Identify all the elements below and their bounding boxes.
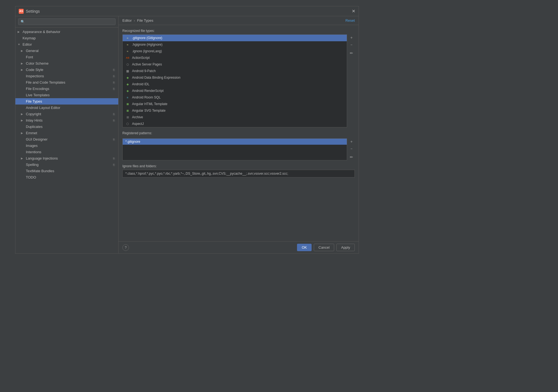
list-item-android-idl[interactable]: ◈ Android IDL <box>123 81 347 87</box>
sidebar-item-keymap[interactable]: ▶ Keymap <box>15 35 118 41</box>
list-item-archive[interactable]: ⊞ Archive <box>123 114 347 120</box>
pattern-label-gitignore: *.gitignore <box>125 140 140 144</box>
sidebar-item-color-scheme[interactable]: ▶ Color Scheme <box>15 60 118 67</box>
recognized-file-types-list[interactable]: ≈ .gitignore (GitIgnore) ≈ .hgignore (Hg… <box>123 35 347 127</box>
remove-pattern-button[interactable]: － <box>348 146 355 152</box>
breadcrumb-separator: › <box>134 18 135 23</box>
patterns-list-with-actions: *.gitignore ＋ － ✏ <box>122 138 355 160</box>
pattern-item-gitignore[interactable]: *.gitignore <box>123 139 347 145</box>
cancel-button[interactable]: Cancel <box>314 244 334 251</box>
list-item-android-renderscript[interactable]: ◈ Android RenderScript <box>123 87 347 94</box>
list-item-android-room-sql[interactable]: ≡ Android Room SQL <box>123 94 347 101</box>
file-type-icon-actionscript: AS <box>125 56 130 60</box>
expand-arrow-copyright: ▶ <box>21 113 24 116</box>
add-file-type-button[interactable]: ＋ <box>348 34 355 41</box>
file-type-label-android9patch: Android 9-Patch <box>132 69 156 73</box>
patterns-list[interactable]: *.gitignore <box>123 139 347 145</box>
dialog-body: ▶ Appearance & Behavior ▶ Keymap ▼ Edito… <box>15 16 359 253</box>
list-item-hgignore[interactable]: ≈ .hgignore (HgIgnore) <box>123 41 347 48</box>
sidebar-item-file-types[interactable]: ▶ File Types <box>15 98 118 105</box>
sidebar-label-file-encodings: File Encodings <box>26 87 49 91</box>
list-item-actionscript[interactable]: AS ActionScript <box>123 54 347 61</box>
patterns-list-actions: ＋ － ✏ <box>348 138 355 160</box>
file-type-icon-android9patch: ▦ <box>125 69 130 73</box>
sidebar-item-spelling[interactable]: ▶ Spelling ⎘ <box>15 161 118 168</box>
sidebar-item-copyright[interactable]: ▶ Copyright ⎘ <box>15 111 118 117</box>
content-area: Recognized file types: ≈ .gitignore (Git… <box>119 25 359 241</box>
sidebar-label-live-templates: Live Templates <box>26 93 50 97</box>
search-input[interactable] <box>18 18 116 25</box>
file-type-label-gitignore: .gitignore (GitIgnore) <box>132 36 162 40</box>
sidebar-item-file-encodings[interactable]: ▶ File Encodings ⎘ <box>15 86 118 92</box>
sidebar-label-file-code-templates: File and Code Templates <box>26 80 65 84</box>
file-type-label-android-room-sql: Android Room SQL <box>132 95 161 99</box>
sidebar-tree: ▶ Appearance & Behavior ▶ Keymap ▼ Edito… <box>15 28 118 253</box>
help-button[interactable]: ? <box>122 244 129 251</box>
sidebar-item-font[interactable]: ▶ Font <box>15 54 118 60</box>
main-content-panel: Editor › File Types Reset Recognized fil… <box>119 16 359 253</box>
remove-file-type-button[interactable]: － <box>348 42 355 48</box>
file-type-label-android-data-binding: Android Data Binding Expression <box>132 76 180 80</box>
sidebar-item-textmate[interactable]: ▶ TextMate Bundles <box>15 168 118 174</box>
dialog-footer: ? OK Cancel Apply <box>119 241 359 253</box>
list-item-angular-svg[interactable]: ▦ Angular SVG Template <box>123 107 347 114</box>
sidebar-item-images[interactable]: ▶ Images <box>15 142 118 149</box>
dialog-title: Settings <box>26 9 40 13</box>
list-item-android-data-binding[interactable]: ◈ Android Data Binding Expression <box>123 74 347 81</box>
list-item-aspectj[interactable]: ⬡ AspectJ <box>123 120 347 127</box>
sidebar-item-inlay-hints[interactable]: ▶ Inlay Hints ⎘ <box>15 117 118 124</box>
file-type-icon-android-data-binding: ◈ <box>125 75 130 80</box>
sidebar-label-keymap: Keymap <box>23 36 36 40</box>
list-item-gitignore[interactable]: ≈ .gitignore (GitIgnore) <box>123 35 347 41</box>
sidebar-item-gui-designer[interactable]: ▶ GUI Designer ⎘ <box>15 136 118 142</box>
list-item-android9patch[interactable]: ▦ Android 9-Patch <box>123 68 347 74</box>
file-type-icon-ignore: ≈ <box>125 49 130 53</box>
expand-arrow-appearance: ▶ <box>18 30 21 33</box>
expand-arrow-color-scheme: ▶ <box>21 62 24 65</box>
recognized-list-actions: ＋ － ✏ <box>348 34 355 127</box>
sidebar-item-appearance[interactable]: ▶ Appearance & Behavior <box>15 29 118 35</box>
ok-button[interactable]: OK <box>297 244 312 251</box>
file-type-label-archive: Archive <box>132 115 143 119</box>
sidebar-item-file-code-templates[interactable]: ▶ File and Code Templates ⎘ <box>15 79 118 86</box>
sidebar-label-emmet: Emmet <box>26 131 37 135</box>
sidebar-label-general: General <box>26 49 39 53</box>
list-item-ignore[interactable]: ≈ .ignore (IgnoreLang) <box>123 48 347 54</box>
file-type-label-angular-html: Angular HTML Template <box>132 102 167 106</box>
sidebar-item-todo[interactable]: ▶ TODO <box>15 174 118 180</box>
file-type-label-hgignore: .hgignore (HgIgnore) <box>132 43 163 46</box>
file-type-label-ignore: .ignore (IgnoreLang) <box>132 49 162 53</box>
sidebar-item-inspections[interactable]: ▶ Inspections ⎘ <box>15 73 118 79</box>
edit-pattern-button[interactable]: ✏ <box>348 154 355 160</box>
file-type-icon-archive: ⊞ <box>125 115 130 119</box>
recognized-list-container: ≈ .gitignore (GitIgnore) ≈ .hgignore (Hg… <box>122 34 347 127</box>
apply-button[interactable]: Apply <box>336 244 355 251</box>
sidebar-item-code-style[interactable]: ▶ Code Style ⎘ <box>15 67 118 73</box>
ignore-section: Ignore files and folders: <box>122 164 355 177</box>
list-item-asp[interactable]: ⬡ Active Server Pages <box>123 61 347 68</box>
sidebar-item-editor[interactable]: ▼ Editor <box>15 41 118 48</box>
file-type-icon-asp: ⬡ <box>125 62 130 67</box>
sidebar-item-duplicates[interactable]: ▶ Duplicates <box>15 124 118 130</box>
sidebar-item-live-templates[interactable]: ▶ Live Templates <box>15 92 118 98</box>
sidebar-item-android-layout[interactable]: ▶ Android Layout Editor <box>15 105 118 111</box>
sidebar-label-code-style: Code Style <box>26 68 43 72</box>
sidebar-item-general[interactable]: ▶ General <box>15 48 118 54</box>
expand-arrow-general: ▶ <box>21 49 24 52</box>
file-type-label-aspectj: AspectJ <box>132 122 144 126</box>
add-pattern-button[interactable]: ＋ <box>348 138 355 145</box>
list-item-angular-html[interactable]: ▦ Angular HTML Template <box>123 101 347 107</box>
sidebar-item-language-injections[interactable]: ▶ Language Injections ⎘ <box>15 155 118 161</box>
sidebar-label-spelling: Spelling <box>26 163 39 167</box>
copy-icon-inlay-hints: ⎘ <box>113 119 115 122</box>
reset-link[interactable]: Reset <box>345 18 355 23</box>
file-type-label-asp: Active Server Pages <box>132 62 162 66</box>
ignore-field[interactable] <box>122 170 355 177</box>
title-left: AS Settings <box>19 9 40 14</box>
sidebar-item-intentions[interactable]: ▶ Intentions <box>15 149 118 155</box>
sidebar-item-emmet[interactable]: ▶ Emmet <box>15 130 118 136</box>
file-type-label-actionscript: ActionScript <box>132 56 150 60</box>
edit-file-type-button[interactable]: ✏ <box>348 50 355 56</box>
close-button[interactable]: ✕ <box>352 9 355 14</box>
file-type-icon-gitignore: ≈ <box>125 36 130 40</box>
